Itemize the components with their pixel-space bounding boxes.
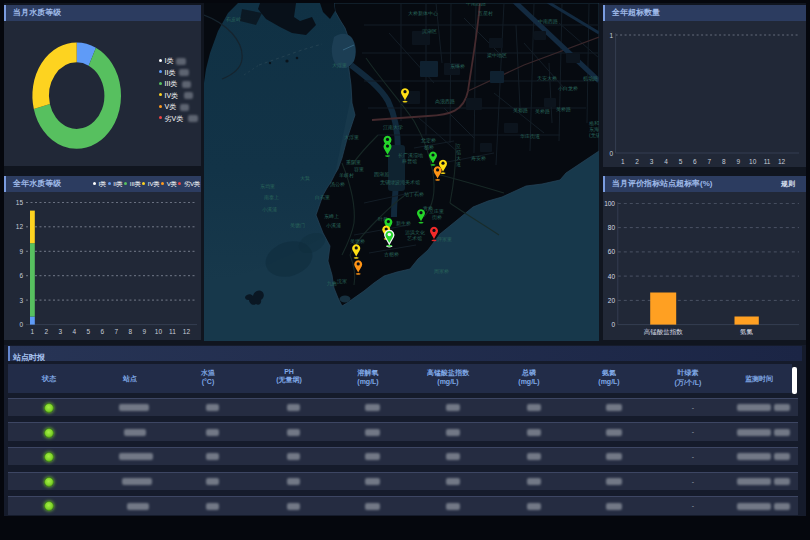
svg-text:园湖居: 园湖居	[374, 171, 389, 178]
svg-text:5: 5	[87, 328, 91, 335]
svg-text:6: 6	[101, 328, 105, 335]
svg-text:2: 2	[45, 328, 49, 335]
svg-text:1: 1	[621, 158, 625, 165]
svg-text:白石里: 白石里	[315, 194, 330, 201]
svg-text:中南西路: 中南西路	[538, 18, 558, 25]
svg-text:8: 8	[129, 328, 133, 335]
svg-text:无锡绿波湾美术馆: 无锡绿波湾美术馆	[380, 179, 420, 186]
svg-text:华庄街道: 华庄街道	[520, 133, 540, 140]
svg-text:小白龙桥: 小白龙桥	[558, 85, 578, 92]
svg-text:11: 11	[169, 328, 176, 335]
svg-text:3: 3	[19, 297, 23, 304]
svg-text:道: 道	[456, 161, 461, 167]
svg-text:8: 8	[722, 158, 726, 165]
svg-text:0: 0	[19, 321, 23, 328]
svg-text:1: 1	[31, 328, 35, 335]
svg-text:6: 6	[19, 272, 23, 279]
svg-text:4: 4	[73, 328, 77, 335]
svg-text:7: 7	[115, 328, 119, 335]
svg-text:新生桥: 新生桥	[396, 220, 411, 226]
svg-text:江南大学: 江南大学	[383, 124, 403, 131]
svg-text:0: 0	[609, 150, 613, 157]
svg-text:五星村: 五星村	[478, 10, 493, 17]
svg-text:东峰上: 东峰上	[324, 213, 339, 219]
svg-text:重阳里: 重阳里	[346, 159, 361, 166]
svg-text:大浮里: 大浮里	[344, 134, 359, 141]
svg-text:薛家里: 薛家里	[437, 236, 452, 242]
svg-text:石皮岭: 石皮岭	[226, 16, 241, 23]
svg-text:氨氮: 氨氮	[740, 328, 754, 335]
svg-text:街桥: 街桥	[432, 214, 442, 221]
svg-text:高锰酸盐指数: 高锰酸盐指数	[644, 328, 684, 336]
svg-text:10: 10	[155, 328, 163, 335]
svg-text:机场路: 机场路	[583, 75, 598, 82]
svg-text:小溪浦: 小溪浦	[262, 206, 277, 213]
svg-text:7: 7	[708, 158, 712, 165]
svg-text:100: 100	[604, 200, 615, 207]
svg-text:杨桥: 杨桥	[423, 144, 434, 151]
svg-text:梁中地区: 梁中地区	[487, 52, 507, 58]
svg-text:4: 4	[664, 158, 668, 165]
svg-text:东均里: 东均里	[260, 183, 275, 189]
svg-text:坫丁石桥: 坫丁石桥	[404, 191, 424, 198]
svg-text:吴塘门: 吴塘门	[290, 222, 305, 228]
svg-text:0: 0	[611, 321, 615, 328]
svg-text:大桥新体中心: 大桥新体中心	[408, 10, 438, 16]
svg-text:天安大桥: 天安大桥	[537, 75, 557, 81]
svg-text:滨湖区: 滨湖区	[422, 28, 437, 35]
svg-text:(无锡分校): (无锡分校)	[589, 132, 599, 139]
svg-text:寿安桥: 寿安桥	[471, 155, 486, 161]
svg-text:艺术馆: 艺术馆	[407, 235, 422, 241]
svg-text:10: 10	[749, 158, 757, 165]
svg-text:吴塘桥: 吴塘桥	[350, 238, 365, 244]
svg-text:吴都路: 吴都路	[513, 107, 528, 114]
svg-text:容里: 容里	[354, 166, 364, 172]
svg-text:九曲: 九曲	[327, 280, 337, 287]
svg-text:60: 60	[608, 248, 616, 255]
svg-text:东绛桥: 东绛桥	[450, 63, 465, 69]
svg-text:大浮里: 大浮里	[332, 62, 347, 69]
svg-text:12: 12	[778, 158, 786, 165]
svg-text:80: 80	[608, 224, 616, 231]
svg-text:5: 5	[679, 158, 683, 165]
svg-text:9: 9	[143, 328, 147, 335]
svg-text:9: 9	[736, 158, 740, 165]
svg-text:沈家: 沈家	[337, 278, 347, 285]
svg-text:吴桥路: 吴桥路	[535, 108, 550, 114]
svg-text:1: 1	[609, 32, 613, 39]
svg-text:15: 15	[16, 199, 24, 206]
svg-text:11: 11	[764, 158, 771, 165]
svg-text:12: 12	[183, 328, 191, 335]
svg-text:6: 6	[693, 158, 697, 165]
svg-text:20: 20	[608, 297, 616, 304]
svg-text:北定桥: 北定桥	[421, 137, 436, 144]
svg-text:汤公桥: 汤公桥	[330, 181, 345, 188]
svg-text:3: 3	[650, 158, 654, 165]
svg-text:12: 12	[16, 223, 24, 230]
svg-text:科普馆: 科普馆	[402, 158, 417, 165]
svg-text:大箕: 大箕	[300, 175, 310, 181]
svg-text:小溪浦: 小溪浦	[326, 222, 341, 229]
svg-text:古榕桥: 古榕桥	[384, 251, 399, 257]
svg-text:2: 2	[635, 158, 639, 165]
svg-text:40: 40	[608, 273, 616, 280]
svg-text:3: 3	[59, 328, 63, 335]
svg-text:9: 9	[19, 248, 23, 255]
svg-text:高浪西路: 高浪西路	[435, 98, 455, 105]
svg-text:南泰上: 南泰上	[264, 194, 279, 200]
svg-text:吴桥路: 吴桥路	[556, 106, 571, 112]
svg-text:羊岐村: 羊岐村	[339, 172, 354, 179]
svg-text:周家桥: 周家桥	[434, 268, 449, 274]
